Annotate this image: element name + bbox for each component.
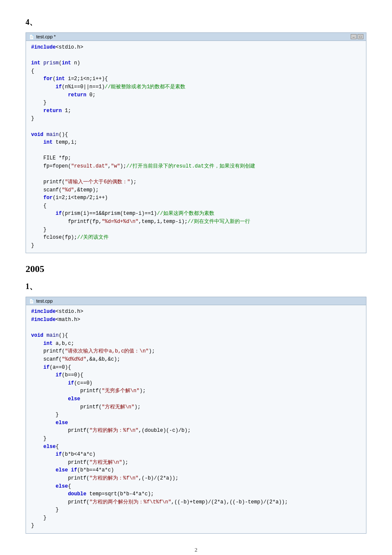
- code-body-2: #include<stdio.h> #include<math.h> void …: [26, 305, 366, 533]
- titlebar-1: 📄 test.cpp * — □: [26, 33, 366, 41]
- year-2005: 2005: [26, 263, 366, 275]
- code-window-2: 📄 test.cpp #include<stdio.h> #include<ma…: [26, 297, 366, 534]
- restore-btn-1[interactable]: □: [357, 34, 363, 39]
- section-4-header: 4、: [26, 17, 366, 27]
- file-icon-1: 📄: [29, 34, 35, 40]
- title-text-2: test.cpp: [36, 298, 53, 304]
- section-1-header: 1、: [26, 281, 366, 292]
- title-1: 📄 test.cpp *: [29, 34, 56, 40]
- title-text-1: test.cpp *: [36, 34, 56, 39]
- code-body-1: #include<stdio.h> int prism(int n) { for…: [26, 41, 366, 253]
- code-window-1: 📄 test.cpp * — □ #include<stdio.h> int p…: [26, 32, 366, 253]
- titlebar-2: 📄 test.cpp: [26, 297, 366, 305]
- title-2: 📄 test.cpp: [29, 298, 53, 304]
- file-icon-2: 📄: [29, 298, 35, 304]
- page-number: 2: [26, 546, 366, 553]
- minimize-btn-1[interactable]: —: [351, 34, 357, 39]
- titlebar-buttons-1[interactable]: — □: [351, 34, 363, 39]
